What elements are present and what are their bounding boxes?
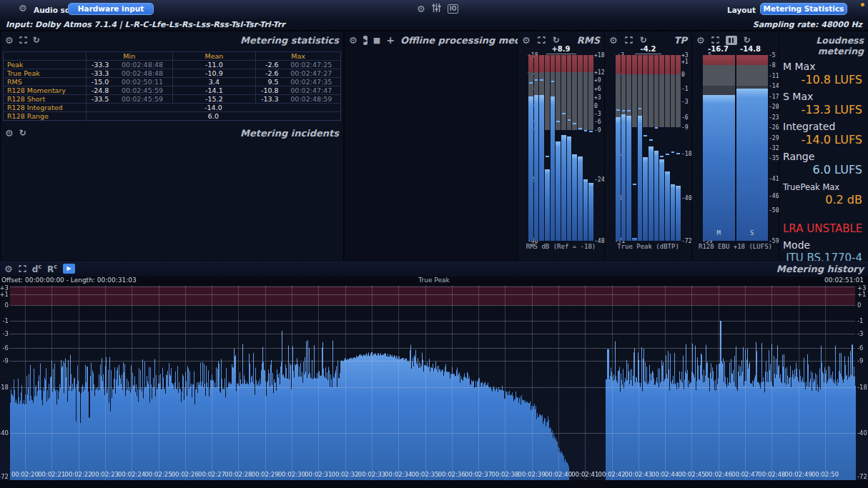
- meter-channel-column: [665, 55, 670, 241]
- offline-processing-panel: ⚙ ▶ ■ + Offline processing media ...: [345, 31, 517, 260]
- meter-channel-column: [588, 55, 593, 241]
- history-panel-title: Metering history: [776, 264, 864, 274]
- offline-add-button[interactable]: +: [386, 35, 395, 45]
- stats-refresh-icon[interactable]: ↻: [33, 36, 40, 44]
- meter-bar: [703, 95, 735, 241]
- meter-gray-zone: [659, 74, 664, 127]
- meter-gray-zone: [654, 74, 659, 127]
- duration-counter-icon[interactable]: dc: [32, 264, 41, 274]
- meter-tick-label: -35: [769, 155, 778, 161]
- stats-gear-icon[interactable]: ⚙: [5, 36, 14, 45]
- meter-red-zone: [556, 55, 561, 72]
- history-play-button[interactable]: ▶: [63, 264, 75, 274]
- rms-gear-icon[interactable]: ⚙: [522, 36, 531, 45]
- meter-peak-marker: [556, 121, 560, 122]
- io-icon[interactable]: IO: [448, 4, 459, 14]
- offline-stop-button[interactable]: ■: [373, 36, 380, 44]
- stats-row: True Peak-33.300:02:48:48-10.9-2.600:02:…: [4, 69, 341, 78]
- meter-bar: [648, 146, 654, 241]
- reset-counter-icon[interactable]: Rc: [47, 264, 57, 274]
- incidents-panel-title: Metering incidents: [240, 128, 339, 139]
- meter-tick-label: -18: [681, 151, 691, 157]
- history-gear-icon[interactable]: ⚙: [4, 264, 13, 274]
- offline-play-button[interactable]: ▶: [363, 36, 368, 45]
- loudness-gear-icon[interactable]: ⚙: [696, 36, 705, 45]
- rms-expand-icon[interactable]: [538, 34, 546, 46]
- meter-bar: [534, 95, 539, 241]
- meter-channel-column: [561, 55, 566, 241]
- meter-tick-label: +3: [681, 52, 691, 59]
- settings-gear-icon[interactable]: ⚙: [417, 4, 425, 14]
- metering-statistics-panel: ⚙ ↻ Metering statistics MinMeanMaxPeak-3…: [1, 31, 343, 260]
- loudness-refresh-icon[interactable]: ↻: [744, 36, 751, 44]
- loudness-item-label: TruePeak Max: [783, 182, 864, 192]
- metering-history-canvas[interactable]: [0, 285, 868, 480]
- history-expand-icon[interactable]: [19, 263, 26, 274]
- loudness-pause-button[interactable]: [726, 36, 737, 45]
- meter-channel-column: [643, 55, 648, 241]
- meter-bar: [665, 171, 670, 241]
- tp-gear-icon[interactable]: ⚙: [609, 36, 618, 45]
- meter-tick-label: -11: [769, 73, 778, 79]
- meter-gray-zone-dark: [703, 86, 735, 95]
- meter-peak-marker: [535, 79, 538, 81]
- incidents-gear-icon[interactable]: ⚙: [5, 129, 14, 138]
- tp-expand-icon[interactable]: [625, 34, 633, 46]
- stats-expand-icon[interactable]: [19, 34, 27, 46]
- rms-meter-panel: ⚙ ↻ RMS +8.9 +18+12+9+6+30-3-6-9-24-48 +…: [518, 31, 604, 260]
- meter-bar: [588, 183, 593, 241]
- sliders-icon[interactable]: [432, 3, 441, 15]
- loudness-scale-right: -5-8-11-14-17-20-23-26-29-32-35-41-46-50…: [769, 55, 778, 241]
- tp-refresh-icon[interactable]: ↻: [640, 36, 647, 44]
- loudness-bar-readout: -16.7: [703, 45, 734, 53]
- meter-tick-label: -26: [769, 124, 778, 131]
- stats-header-row: MinMeanMax: [4, 52, 341, 61]
- meter-red-zone: [551, 55, 556, 72]
- rms-refresh-icon[interactable]: ↻: [553, 36, 560, 44]
- meter-tick-label: -1: [681, 86, 691, 92]
- meter-channel-column: [528, 55, 533, 241]
- meter-tick-label: +1: [681, 59, 691, 65]
- meter-peak-marker: [676, 153, 680, 154]
- incidents-refresh-icon[interactable]: ↻: [19, 129, 26, 137]
- loudness-scale-left: -5-8-11-14-17-20-23-26-29-32-35-41-46-50…: [693, 55, 702, 241]
- loudness-expand-icon[interactable]: [711, 34, 719, 46]
- metering-statistics-button[interactable]: Metering Statistics: [760, 3, 847, 15]
- history-offset-label: Offset: 00:00:00:00 - Length: 00:00:31:0…: [1, 277, 137, 284]
- meter-tick-label: -3: [681, 99, 691, 105]
- meter-red-zone: [676, 55, 681, 74]
- meter-peak-marker: [589, 131, 593, 132]
- loudness-readout-panel: Loudness metering M Max-10.8 LUFSS Max-1…: [779, 31, 868, 260]
- rms-readout: +8.9: [546, 45, 576, 54]
- meter-tick-label: -40: [681, 195, 691, 201]
- offline-gear-icon[interactable]: ⚙: [349, 36, 357, 45]
- stats-col-header: Max: [256, 52, 341, 61]
- meter-red-zone: [632, 55, 637, 74]
- meter-channel-column: [578, 55, 583, 241]
- meter-bar: [643, 157, 648, 241]
- stats-row: R128 Range6.0: [4, 112, 341, 121]
- audio-source-gear-icon[interactable]: ⚙: [19, 4, 27, 13]
- window-indicator-dot: [861, 3, 864, 6]
- tp-readout: -4.2: [635, 45, 662, 54]
- info-bar: Input: Dolby Atmos 7.1.4 | L-R-C-Lfe-Ls-…: [0, 19, 868, 31]
- lra-status: LRA UNSTABLE: [783, 222, 864, 235]
- loudness-item-label: Range: [783, 151, 864, 162]
- meter-gray-zone: [561, 72, 566, 130]
- meter-gray-zone: [632, 74, 637, 127]
- loudness-item-value: 6.0 LUFS: [783, 163, 864, 176]
- sampling-rate-label: Sampling rate: 48000 Hz: [753, 20, 862, 29]
- meter-tick-label: -14: [769, 83, 778, 89]
- loudness-item-value: 0.2 dB: [783, 193, 864, 206]
- input-format-label: Input: Dolby Atmos 7.1.4 | L-R-C-Lfe-Ls-…: [6, 20, 285, 29]
- meter-bar: [567, 136, 572, 241]
- meter-peak-marker: [568, 119, 571, 121]
- history-series-label: True Peak: [418, 277, 449, 284]
- meter-red-zone: [567, 55, 572, 72]
- stats-row: R128 Integrated-14.0: [4, 104, 341, 112]
- hardware-input-button[interactable]: Hardware input: [68, 3, 154, 15]
- meter-red-zone: [626, 55, 631, 74]
- meter-tick-label: -8: [769, 62, 778, 69]
- meter-tick-label: -3: [594, 111, 603, 117]
- meter-peak-marker: [546, 156, 549, 157]
